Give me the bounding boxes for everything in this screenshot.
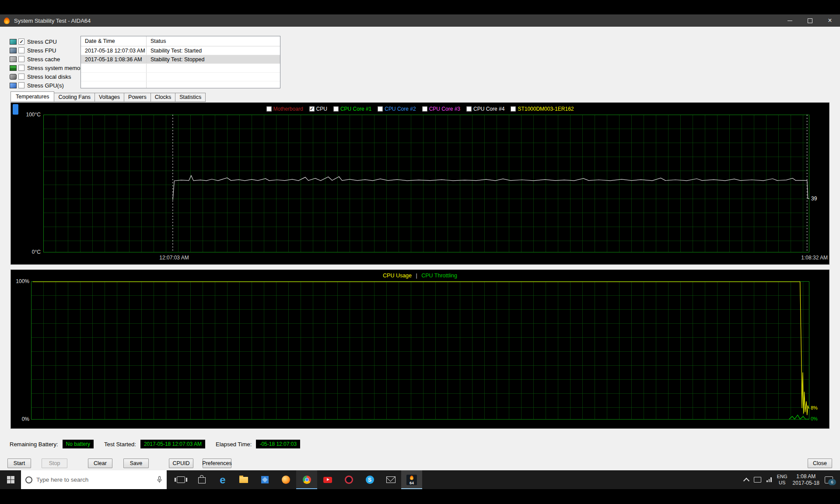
edge-app-button[interactable] xyxy=(212,470,233,489)
legend-checkbox[interactable] xyxy=(333,106,339,112)
cache-icon xyxy=(10,56,17,62)
tab-clocks[interactable]: Clocks xyxy=(150,93,176,102)
legend-label: CPU Core #4 xyxy=(473,106,504,112)
stress-option-cpu[interactable]: Stress CPU xyxy=(10,37,85,46)
battery-value: No battery xyxy=(63,440,94,448)
youtube-app-button[interactable] xyxy=(317,470,338,489)
search-box[interactable]: Type here to search xyxy=(21,470,167,489)
legend-checkbox[interactable] xyxy=(309,106,315,112)
legend-label: CPU Core #2 xyxy=(385,106,416,112)
start-test-button[interactable]: Start xyxy=(7,458,31,468)
test-started-label: Test Started: xyxy=(104,441,136,448)
fpu-icon xyxy=(10,48,17,53)
cpu-usage-chart xyxy=(31,281,809,420)
stress-disks-checkbox[interactable] xyxy=(18,74,24,80)
close-button[interactable]: × xyxy=(820,14,840,27)
log-row-empty xyxy=(81,73,280,81)
clock[interactable]: 1:08 AM 2017-05-18 xyxy=(793,473,819,486)
legend-item-cpu-core-2[interactable]: CPU Core #2 xyxy=(378,106,416,112)
temp-y-max-label: 100°C xyxy=(11,112,41,118)
log-cell-status: Stability Test: Started xyxy=(147,46,280,55)
opera-app-button[interactable] xyxy=(338,470,359,489)
legend-item-cpu-core-4[interactable]: CPU Core #4 xyxy=(466,106,504,112)
log-row[interactable]: 2017-05-18 12:07:03 AM Stability Test: S… xyxy=(81,46,280,55)
legend-item-cpu-core-1[interactable]: CPU Core #1 xyxy=(333,106,371,112)
temperature-chart xyxy=(43,115,809,252)
chevron-up-icon[interactable] xyxy=(743,477,749,483)
minimize-button[interactable] xyxy=(780,14,800,27)
titlebar: System Stability Test - AIDA64 × xyxy=(0,14,840,27)
stress-option-label: Stress GPU(s) xyxy=(27,82,64,89)
tab-temperatures[interactable]: Temperatures xyxy=(10,91,54,102)
mail-app-button[interactable] xyxy=(380,470,401,489)
task-view-button[interactable] xyxy=(170,470,191,489)
legend-checkbox[interactable] xyxy=(266,106,272,112)
legend-checkbox[interactable] xyxy=(378,106,383,112)
clear-button[interactable]: Clear xyxy=(88,458,112,468)
stress-cpu-checkbox[interactable] xyxy=(18,38,24,45)
stress-option-memory[interactable]: Stress system memory xyxy=(10,63,85,72)
tab-powers[interactable]: Powers xyxy=(124,93,151,102)
tab-voltages[interactable]: Voltages xyxy=(94,93,124,102)
stress-option-fpu[interactable]: Stress FPU xyxy=(10,46,85,55)
log-row[interactable]: 2017-05-18 1:08:36 AM Stability Test: St… xyxy=(81,55,280,64)
stress-gpu-checkbox[interactable] xyxy=(18,82,24,88)
legend-item-hdd[interactable]: ST1000DM003-1ER162 xyxy=(511,106,574,112)
stop-test-button[interactable]: Stop xyxy=(42,458,67,468)
maximize-button[interactable] xyxy=(800,14,820,27)
log-row-empty xyxy=(81,64,280,73)
language-indicator[interactable]: ENG US xyxy=(777,474,788,486)
firefox-app-button[interactable] xyxy=(275,470,296,489)
legend-item-cpu-core-3[interactable]: CPU Core #3 xyxy=(422,106,460,112)
save-button[interactable]: Save xyxy=(123,458,149,468)
stress-memory-checkbox[interactable] xyxy=(18,65,24,71)
legend-item-motherboard[interactable]: Motherboard xyxy=(266,106,303,112)
action-center-icon[interactable]: 6 xyxy=(825,476,833,483)
skype-app-button[interactable] xyxy=(359,470,380,489)
close-dialog-button[interactable]: Close xyxy=(808,458,832,468)
photos-app-button[interactable] xyxy=(254,470,275,489)
stress-cache-checkbox[interactable] xyxy=(18,56,24,62)
log-header: Date & Time Status xyxy=(81,36,280,46)
store-icon xyxy=(198,477,206,483)
start-button[interactable] xyxy=(0,470,21,489)
stress-option-label: Stress FPU xyxy=(27,47,56,54)
store-app-button[interactable] xyxy=(191,470,212,489)
battery-label: Remaining Battery: xyxy=(10,441,58,448)
log-column-status[interactable]: Status xyxy=(147,36,280,46)
tray-display-icon[interactable] xyxy=(754,477,761,483)
mail-icon xyxy=(386,476,396,483)
legend-label: Motherboard xyxy=(273,106,303,112)
cpuid-button[interactable]: CPUID xyxy=(169,458,193,468)
system-tray: ENG US 1:08 AM 2017-05-18 6 xyxy=(744,470,840,489)
chrome-icon xyxy=(303,476,311,484)
client-area: Stress CPU Stress FPU Stress cache Stres… xyxy=(0,27,840,470)
stress-option-cache[interactable]: Stress cache xyxy=(10,55,85,63)
search-input[interactable]: Type here to search xyxy=(36,476,153,483)
chrome-app-button[interactable] xyxy=(296,470,317,489)
microphone-icon[interactable] xyxy=(157,476,162,483)
youtube-icon xyxy=(323,477,332,483)
legend-item-cpu[interactable]: CPU xyxy=(309,106,327,112)
stress-option-gpu[interactable]: Stress GPU(s) xyxy=(10,81,85,90)
tab-bar: Temperatures Cooling Fans Voltages Power… xyxy=(10,91,205,102)
tab-cooling-fans[interactable]: Cooling Fans xyxy=(54,93,95,102)
log-column-datetime[interactable]: Date & Time xyxy=(81,36,147,46)
legend-checkbox[interactable] xyxy=(422,106,427,112)
preferences-button[interactable]: Preferences xyxy=(203,458,231,468)
tab-statistics[interactable]: Statistics xyxy=(175,93,206,102)
taskbar-apps xyxy=(170,470,422,489)
edge-icon xyxy=(220,475,225,485)
minimize-icon xyxy=(788,21,792,21)
stress-option-label: Stress CPU xyxy=(27,38,57,45)
opera-icon xyxy=(345,476,353,484)
aida64-app-button[interactable] xyxy=(401,470,422,489)
stress-fpu-checkbox[interactable] xyxy=(18,47,24,53)
network-icon[interactable] xyxy=(766,477,772,482)
stress-option-disks[interactable]: Stress local disks xyxy=(10,72,85,81)
file-explorer-button[interactable] xyxy=(233,470,254,489)
legend-checkbox[interactable] xyxy=(511,106,516,112)
clock-date: 2017-05-18 xyxy=(793,480,819,486)
legend-checkbox[interactable] xyxy=(466,106,472,112)
usage-chart-panel: CPU Usage | CPU Throttling 100% 0% xyxy=(10,270,830,429)
